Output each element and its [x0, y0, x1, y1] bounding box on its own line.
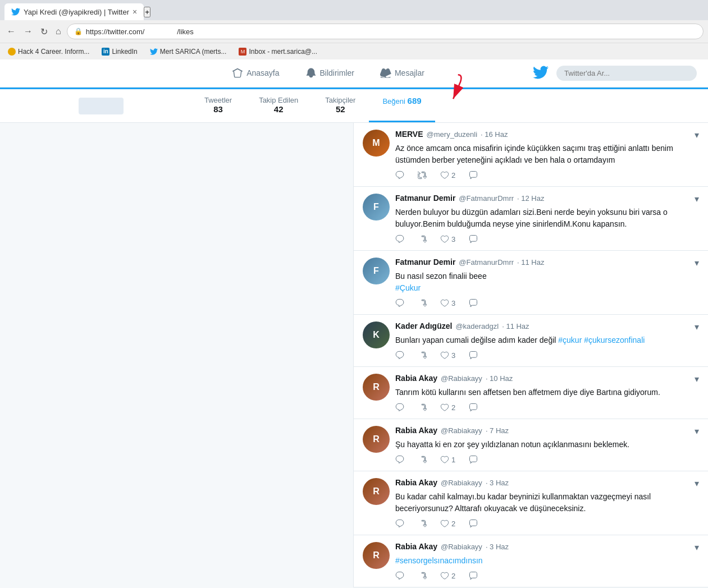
heart-icon	[440, 519, 449, 528]
tweet-more-button[interactable]: ▾	[695, 426, 699, 437]
tweet-more-button[interactable]: ▾	[695, 194, 699, 204]
retweet-button[interactable]	[418, 403, 427, 412]
retweet-button[interactable]	[418, 571, 427, 580]
retweet-button[interactable]	[418, 171, 427, 180]
dm-button[interactable]	[469, 519, 478, 528]
tweet-handle: @Rabiakayy	[441, 479, 482, 487]
active-tab[interactable]: Yapi Kredi (@iyapikredi) | Twitter ×	[4, 3, 144, 20]
tweet-more-button[interactable]: ▾	[695, 321, 699, 332]
tab-bar: Yapi Kredi (@iyapikredi) | Twitter × +	[0, 0, 708, 20]
tweet-more-button[interactable]: ▾	[695, 542, 699, 553]
tweet-body: Fatmanur Demir @FatmanurDmrr · 12 Haz ▾ …	[395, 194, 699, 244]
like-count: 2	[451, 171, 455, 180]
reply-button[interactable]	[395, 571, 404, 580]
reply-button[interactable]	[395, 455, 404, 464]
stat-tweetler-value: 83	[213, 104, 223, 114]
like-count: 2	[451, 403, 455, 412]
tweet-handle: @FatmanurDmrr	[459, 194, 514, 203]
reply-button[interactable]	[395, 298, 404, 307]
reply-button[interactable]	[395, 519, 404, 528]
dm-button[interactable]	[469, 455, 478, 464]
tweet-more-button[interactable]: ▾	[695, 374, 699, 384]
stat-takip-edilen[interactable]: Takip Edilen 42	[245, 89, 312, 122]
nav-bildirimler[interactable]: Bildirimler	[301, 59, 359, 88]
tweet-text: Şu hayatta ki en zor şey yıldızlanan not…	[395, 439, 699, 451]
tweet-body: Rabia Akay @Rabiakayy · 3 Haz ▾ #sensorg…	[395, 542, 699, 580]
stat-tweetler[interactable]: Tweetler 83	[191, 89, 245, 122]
reply-icon	[395, 571, 404, 580]
tweet-text: Nerden buluyor bu düzgün adamları sizi.B…	[395, 206, 699, 230]
like-button[interactable]: 2	[440, 403, 455, 412]
tweet-user: Rabia Akay @Rabiakayy · 3 Haz	[395, 542, 509, 551]
dm-button[interactable]	[469, 298, 478, 307]
stat-takipciler[interactable]: Takipçiler 52	[312, 89, 369, 122]
tweet-time: · 10 Haz	[486, 374, 513, 383]
reply-icon	[395, 403, 404, 412]
tweet-time: · 16 Haz	[481, 130, 508, 139]
tweet-handle: @Rabiakayy	[441, 374, 482, 383]
like-button[interactable]: 2	[440, 571, 455, 580]
tweet-handle: @FatmanurDmrr	[459, 258, 514, 267]
reply-button[interactable]	[395, 235, 404, 244]
bookmark-twitter-mert[interactable]: Mert SARICA (merts...	[147, 47, 230, 57]
browser-chrome: Yapi Kredi (@iyapikredi) | Twitter × + ←…	[0, 0, 708, 59]
new-tab-button[interactable]: +	[144, 7, 150, 17]
like-button[interactable]: 3	[440, 298, 455, 307]
hashtag[interactable]: #çukur #çukursezonfinali	[558, 336, 645, 344]
retweet-button[interactable]	[418, 351, 427, 360]
bookmark-hack4career[interactable]: Hack 4 Career. Inform...	[4, 47, 93, 57]
retweet-icon	[418, 571, 427, 580]
avatar: R	[363, 542, 390, 569]
table-row: R Rabia Akay @Rabiakayy · 10 Haz ▾ Tanrı…	[354, 367, 708, 419]
search-input[interactable]	[556, 66, 697, 81]
like-button[interactable]: 2	[440, 519, 455, 528]
reply-button[interactable]	[395, 171, 404, 180]
like-button[interactable]: 3	[440, 351, 455, 360]
forward-button[interactable]: →	[21, 25, 35, 38]
reply-button[interactable]	[395, 403, 404, 412]
url-input[interactable]	[86, 27, 696, 36]
dm-button[interactable]	[469, 235, 478, 244]
tweet-header: Rabia Akay @Rabiakayy · 3 Haz ▾	[395, 478, 699, 489]
dm-icon	[469, 171, 478, 180]
tweet-header: Rabia Akay @Rabiakayy · 3 Haz ▾	[395, 542, 699, 553]
reply-icon	[395, 519, 404, 528]
dm-button[interactable]	[469, 403, 478, 412]
bookmark-gmail[interactable]: M Inbox - mert.sarica@...	[235, 47, 321, 57]
reload-button[interactable]: ↻	[38, 25, 50, 38]
retweet-icon	[418, 171, 427, 180]
dm-button[interactable]	[469, 571, 478, 580]
dm-button[interactable]	[469, 351, 478, 360]
tweet-name: Fatmanur Demir	[395, 194, 455, 203]
tweet-body: MERVE @mery_duzenli · 16 Haz ▾ Az önce a…	[395, 130, 699, 180]
stat-begeni[interactable]: Beğeni 689	[369, 89, 435, 122]
nav-mesajlar[interactable]: Mesajlar	[376, 59, 429, 88]
like-button[interactable]: 2	[440, 171, 455, 180]
tweet-more-button[interactable]: ▾	[695, 130, 699, 140]
hashtag[interactable]: #Çukur	[395, 283, 421, 292]
bookmark-favicon-twitter	[150, 48, 158, 56]
retweet-button[interactable]	[418, 235, 427, 244]
home-icon	[232, 67, 243, 79]
like-button[interactable]: 3	[440, 235, 455, 244]
like-count: 1	[451, 456, 455, 464]
tweet-more-button[interactable]: ▾	[695, 478, 699, 489]
stat-begeni-label: Beğeni	[382, 97, 405, 105]
browser-nav-bar: ← → ↻ ⌂ 🔒	[0, 20, 708, 43]
tweet-header: Fatmanur Demir @FatmanurDmrr · 12 Haz ▾	[395, 194, 699, 204]
retweet-button[interactable]	[418, 455, 427, 464]
reply-button[interactable]	[395, 351, 404, 360]
close-tab-button[interactable]: ×	[133, 7, 137, 16]
nav-anasayfa[interactable]: Anasayfa	[227, 59, 284, 88]
bookmark-linkedin[interactable]: in LinkedIn	[98, 47, 140, 57]
like-button[interactable]: 1	[440, 455, 455, 464]
dm-button[interactable]	[469, 171, 478, 180]
retweet-button[interactable]	[418, 519, 427, 528]
back-button[interactable]: ←	[4, 25, 18, 38]
home-button[interactable]: ⌂	[53, 25, 63, 38]
retweet-button[interactable]	[418, 298, 427, 307]
reply-icon	[395, 455, 404, 464]
tweet-more-button[interactable]: ▾	[695, 258, 699, 268]
address-bar[interactable]: 🔒	[67, 24, 704, 39]
hashtag[interactable]: #sensorgelsınacımdınsın	[395, 556, 483, 565]
